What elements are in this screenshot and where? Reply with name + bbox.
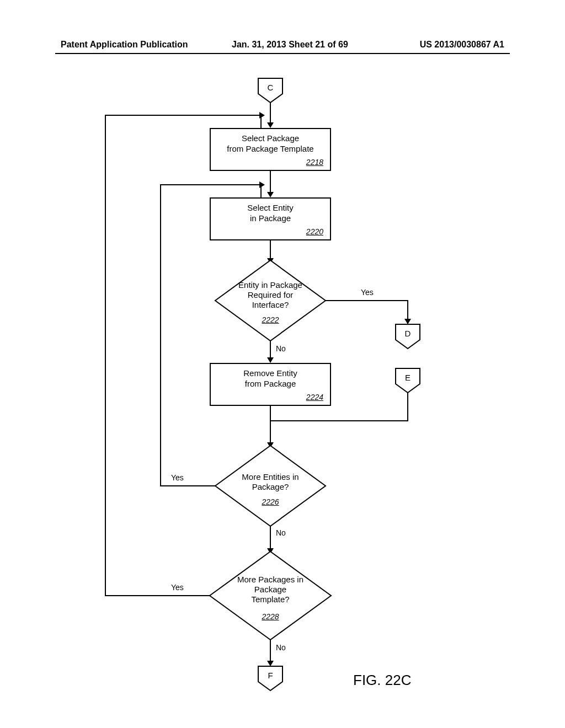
label-2226-no: No	[276, 528, 286, 537]
p2220-line2: in Package	[250, 213, 291, 223]
edge-2226-yes-v	[160, 184, 161, 486]
connector-c-label: C	[257, 83, 284, 92]
header-right: US 2013/0030867 A1	[420, 40, 504, 50]
edge-2228-yes-v	[105, 115, 106, 596]
decision-entity-required: Entity in Package Required for Interface…	[214, 259, 327, 342]
edge-2226-no	[270, 526, 271, 549]
d2222-line3: Interface?	[252, 300, 289, 309]
edge-c-to-2218	[270, 103, 271, 124]
decision-more-packages: More Packages in Package Template? 2228	[209, 550, 332, 641]
label-2222-yes: Yes	[361, 288, 374, 297]
edge-2222-no	[270, 341, 271, 358]
connector-f: F	[257, 665, 284, 692]
d2222-line1: Entity in Package	[238, 280, 302, 290]
connector-d: D	[395, 323, 421, 350]
d2226-ref: 2226	[214, 497, 327, 506]
header-rule	[55, 53, 510, 54]
p2220-line1: Select Entity	[247, 203, 293, 212]
process-remove-entity: Remove Entity from Package 2224	[210, 363, 331, 406]
d2226-line1: More Entities in	[242, 472, 299, 481]
label-2228-yes: Yes	[171, 583, 184, 592]
connector-d-label: D	[395, 329, 421, 338]
d2222-ref: 2222	[214, 315, 327, 324]
d2228-line3: Template?	[251, 595, 289, 604]
connector-e-label: E	[395, 373, 421, 382]
p2218-line2: from Package Template	[227, 144, 313, 153]
p2224-line2: from Package	[245, 379, 296, 388]
process-select-entity: Select Entity in Package 2220	[210, 197, 331, 240]
header-center: Jan. 31, 2013 Sheet 21 of 69	[232, 40, 348, 50]
d2228-ref: 2228	[209, 612, 332, 621]
edge-2226-yes-h	[160, 485, 215, 486]
edge-2220-to-2222	[270, 240, 271, 259]
figure-label: FIG. 22C	[353, 672, 411, 689]
edge-e-down	[407, 393, 408, 421]
arrow-into-2224	[267, 357, 274, 363]
label-2226-yes: Yes	[171, 473, 184, 482]
edge-2228-yes-top-h	[105, 115, 260, 116]
edge-2218-to-2220	[270, 171, 271, 193]
patent-figure-page: Patent Application Publication Jan. 31, …	[0, 0, 565, 728]
connector-e: E	[395, 367, 421, 394]
edge-2228-no	[270, 640, 271, 662]
edge-e-merge-h	[271, 420, 408, 421]
p2218-line1: Select Package	[242, 133, 299, 143]
header-left: Patent Application Publication	[61, 40, 188, 50]
d2228-line1: More Packages in	[237, 575, 303, 584]
connector-f-label: F	[257, 671, 284, 680]
label-2222-no: No	[276, 344, 286, 353]
edge-2226-yes-top-h	[160, 184, 260, 185]
d2228-line2: Package	[254, 585, 286, 594]
p2220-ref: 2220	[306, 227, 323, 236]
edge-loop-2218-down	[260, 115, 262, 128]
edge-2222-yes-h	[326, 300, 408, 301]
edge-loop-2220-down	[260, 184, 262, 197]
d2222-line2: Required for	[248, 290, 294, 299]
label-2228-no: No	[276, 643, 286, 652]
p2224-ref: 2224	[306, 393, 323, 402]
edge-2228-yes-h	[105, 595, 210, 596]
connector-c: C	[257, 77, 284, 104]
d2226-line2: Package?	[252, 482, 289, 491]
arrow-into-2220	[267, 192, 274, 197]
edge-2222-yes-v	[407, 300, 408, 320]
arrow-into-2218	[267, 122, 274, 128]
decision-more-entities: More Entities in Package? 2226	[214, 445, 327, 527]
edge-2224-down	[270, 406, 271, 443]
process-select-package: Select Package from Package Template 221…	[210, 128, 331, 171]
p2218-ref: 2218	[306, 158, 323, 167]
p2224-line1: Remove Entity	[243, 368, 297, 378]
